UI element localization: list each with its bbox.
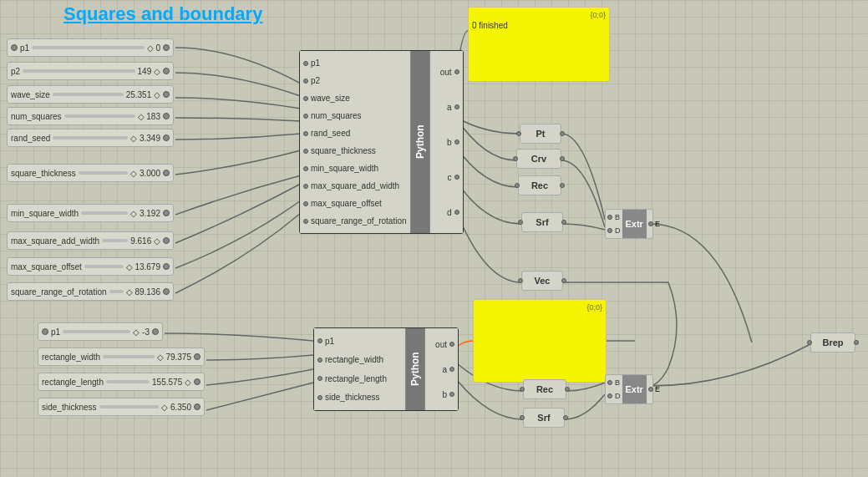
port-dot-right [163,288,170,295]
extr-bot-label: Extr [622,375,647,403]
slider-min-square-width[interactable]: min_square_width ◇ 3.192 [7,204,174,222]
python-node-bottom[interactable]: p1 rectangle_width rectangle_length side… [313,327,459,411]
vec-port-right [561,278,566,283]
port-dot-right [194,403,201,410]
slider-rand-seed[interactable]: rand_seed ◇ 3.349 [7,129,174,147]
input-rand-seed: rand_seed [303,128,407,139]
python-inputs-top: p1 p2 wave_size num_squares rand_seed sq… [300,51,411,233]
output-b-bot: b [429,389,454,400]
port-dot-right [163,44,170,51]
port-dot-right [163,113,170,119]
slider-p2[interactable]: p2 149 ◇ [7,62,174,80]
port-out-bot [449,342,454,347]
python-label-bottom: Python [406,328,424,410]
python-inputs-bottom: p1 rectangle_width rectangle_length side… [314,328,406,410]
input-wave-size: wave_size [303,93,407,104]
input-p1: p1 [303,58,407,69]
port-dot-right [163,91,170,98]
srf-node-top[interactable]: Srf [521,212,563,232]
slider-track[interactable] [53,136,128,140]
output-c-top: c [434,172,459,183]
slider-side-thickness[interactable]: side_thickness ◇ 6.350 [38,398,205,416]
slider-rectangle-width[interactable]: rectangle_width ◇ 79.375 [38,348,205,366]
extr-bot-b: B [607,378,621,388]
input-rect-length: rectangle_length [317,373,402,384]
slider-p1-top[interactable]: p1 ◇ 0 [7,38,174,57]
extr-bot-e [648,387,653,392]
slider-track[interactable] [106,380,150,383]
slider-track[interactable] [99,405,160,408]
pt-node[interactable]: Pt [520,124,561,144]
slider-track[interactable] [81,211,128,215]
port-dot-right [194,353,201,360]
port-min-square-width [303,166,308,171]
extr-node-top[interactable]: B D Extr E [605,209,653,239]
brep-node[interactable]: Brep [810,332,855,353]
slider-track[interactable] [53,93,124,96]
output-d-top: d [434,207,459,218]
crv-node[interactable]: Crv [516,149,561,169]
srf-node-bottom[interactable]: Srf [523,408,565,428]
slider-track[interactable] [102,239,128,242]
port-max-square-add-width [303,184,308,189]
vec-port-left [518,278,523,283]
slider-track[interactable] [84,265,124,268]
crv-port-left [513,156,518,161]
slider-track[interactable] [103,355,155,358]
extr-top-port-b [607,215,612,220]
srf-top-label: Srf [536,217,548,227]
slider-max-square-add-width[interactable]: max_square_add_width 9.616 ◇ [7,231,174,250]
page-title[interactable]: Squares and boundary [63,3,262,25]
brep-port-right [854,340,859,345]
port-rand-seed [303,131,308,136]
pt-port-left [516,131,521,136]
port-a-bot [449,367,454,372]
srf-bot-port-left [520,415,525,420]
input-square-thickness: square_thickness [303,145,407,156]
slider-track[interactable] [109,290,124,293]
rec-top-label: Rec [531,180,548,190]
vec-label: Vec [535,276,551,286]
slider-p1-bottom[interactable]: p1 ◇ -3 [38,322,163,341]
vec-node[interactable]: Vec [521,271,563,291]
slider-rectangle-length[interactable]: rectangle_length 155.575 ◇ [38,373,205,391]
slider-square-thickness[interactable]: square_thickness ◇ 3.000 [7,164,174,182]
port-b-bot [449,392,454,397]
yellow-panel-bottom[interactable]: {0;0} [473,299,607,383]
slider-max-square-offset[interactable]: max_square_offset ◇ 13.679 [7,257,174,276]
input-max-square-offset: max_square_offset [303,198,407,209]
slider-num-squares[interactable]: num_squares ◇ 183 [7,107,174,125]
input-min-square-width: min_square_width [303,163,407,174]
slider-track[interactable] [64,114,135,118]
rec-bot-port-right [565,387,570,392]
rec-node-top[interactable]: Rec [518,175,561,195]
slider-square-range-rotation[interactable]: square_range_of_rotation ◇ 89.136 [7,282,174,301]
port-p2 [303,79,308,84]
port-p1-bot [317,338,322,343]
slider-track[interactable] [63,330,130,333]
crv-label: Crv [531,154,546,164]
output-b-top: b [434,137,459,148]
port-a [454,104,459,109]
rec-node-bottom[interactable]: Rec [523,379,566,399]
srf-top-port-left [518,220,523,225]
brep-port-left [807,340,812,345]
extr-node-bottom[interactable]: B D Extr E [605,374,653,404]
input-p1-bot: p1 [317,336,402,347]
slider-track[interactable] [79,171,128,175]
port-dot [11,44,18,51]
port-rect-width [317,358,322,363]
slider-wave-size[interactable]: wave_size 25.351 ◇ [7,85,174,104]
yellow-panel-top[interactable]: {0;0} 0 finished [468,7,610,82]
input-square-range: square_range_of_rotation [303,216,407,226]
python-outputs-bottom: out a b [424,328,458,410]
extr-top-ports-left: B D [606,210,622,238]
slider-track[interactable] [23,69,135,73]
port-dot-right [194,378,201,385]
slider-track[interactable] [32,46,145,49]
output-out-bot: out [429,339,454,350]
port-dot-right [163,237,170,244]
port-c [454,175,459,180]
python-node-top[interactable]: p1 p2 wave_size num_squares rand_seed sq… [299,50,464,234]
extr-top-port-d [607,228,612,233]
